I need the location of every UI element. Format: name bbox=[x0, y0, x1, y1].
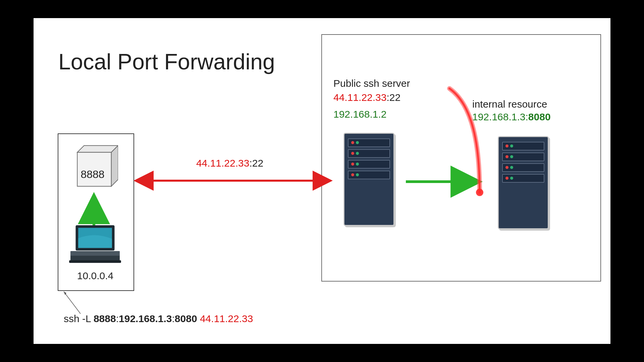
pointer-arrow-icon bbox=[60, 290, 94, 316]
cmd-target-ip: 192.168.1.3 bbox=[119, 313, 172, 324]
cmd-sep2: : bbox=[172, 313, 175, 324]
internal-resource-ip: 192.168.1.3: bbox=[472, 111, 528, 122]
ssh-server-public-port: :22 bbox=[386, 92, 400, 103]
internal-resource-icon bbox=[498, 136, 549, 229]
ssh-path-ip: 44.11.22.33 bbox=[196, 158, 249, 169]
svg-line-9 bbox=[64, 292, 80, 314]
laptop-icon bbox=[69, 225, 121, 264]
ssh-server-public-ip: 44.11.22.33 bbox=[333, 92, 386, 103]
ssh-server-lan-ip: 192.168.1.2 bbox=[333, 109, 386, 120]
ssh-path-label: 44.11.22.33:22 bbox=[141, 158, 319, 169]
ssh-command: ssh -L 8888:192.168.1.3:8080 44.11.22.33 bbox=[64, 313, 253, 324]
cmd-local-port: 8888 bbox=[94, 313, 116, 324]
port-cube-icon: 8888 bbox=[67, 142, 118, 190]
slide-title: Local Port Forwarding bbox=[58, 49, 275, 74]
cmd-prefix: ssh -L bbox=[64, 313, 94, 324]
ssh-server-title: Public ssh server bbox=[333, 78, 410, 89]
slide: Local Port Forwarding 8888 10.0.0.4 Publ… bbox=[34, 18, 610, 344]
cmd-target-port: 8080 bbox=[175, 313, 197, 324]
internal-resource-port: 8080 bbox=[528, 111, 551, 122]
ssh-server-public-addr: 44.11.22.33:22 bbox=[333, 92, 400, 103]
local-port-label: 8888 bbox=[67, 168, 118, 181]
client-ip-label: 10.0.0.4 bbox=[58, 270, 133, 282]
internal-resource-addr: 192.168.1.3:8080 bbox=[472, 111, 551, 123]
ssh-path-port: :22 bbox=[249, 158, 263, 169]
cmd-space bbox=[197, 313, 200, 324]
internal-resource-title: internal resource bbox=[472, 99, 547, 110]
svg-rect-6 bbox=[70, 251, 120, 256]
cmd-sep1: : bbox=[116, 313, 119, 324]
ssh-server-icon bbox=[343, 133, 394, 226]
svg-rect-7 bbox=[69, 260, 121, 263]
cmd-host: 44.11.22.33 bbox=[200, 313, 253, 324]
